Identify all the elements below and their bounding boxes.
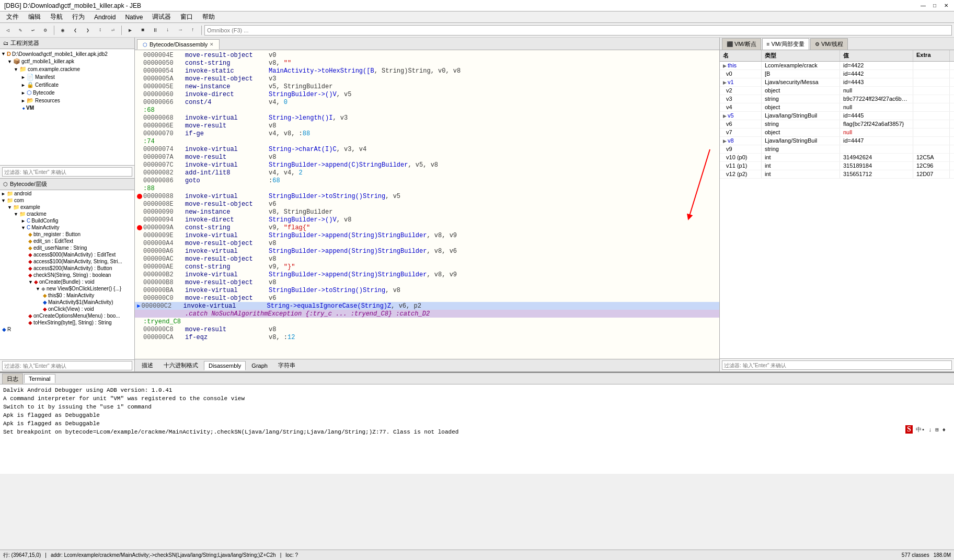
tree-item-onclick[interactable]: ◆ onClick(View) : void — [0, 306, 134, 312]
code-line[interactable]: 0000005Enew-instancev5, StringBuilder — [135, 83, 719, 90]
menu-android[interactable]: Android — [90, 13, 120, 22]
tree-item-editsn[interactable]: ◆ edit_sn : EditText — [0, 238, 134, 244]
code-line[interactable]: 000000A4move-result-objectv8 — [135, 239, 719, 247]
code-line[interactable]: 0000007Amove-resultv8 — [135, 153, 719, 161]
omnibox-input[interactable] — [204, 25, 952, 36]
tb-btn-2[interactable]: ✎ — [15, 25, 26, 36]
vm-cell-name[interactable]: ▶v5 — [720, 112, 762, 120]
tb-step-over[interactable]: → — [175, 25, 186, 36]
menu-edit[interactable]: 编辑 — [24, 11, 45, 22]
code-line[interactable]: 00000050const-stringv8, "" — [135, 59, 719, 67]
tree-toggle-apk[interactable]: ▼ — [7, 59, 12, 64]
bytecode-tab-close[interactable]: ✕ — [210, 42, 214, 47]
code-line[interactable]: 00000068invoke-virtualString->length()I,… — [135, 114, 719, 122]
tree-item-tohexstring[interactable]: ◆ toHexString(byte[], String) : String — [0, 319, 134, 326]
tree-item-r[interactable]: ◆ R — [0, 326, 134, 333]
code-line[interactable]: 000000ACmove-result-objectv8 — [135, 255, 719, 263]
code-line[interactable]: 000000AEconst-stringv9, "}" — [135, 263, 719, 271]
bottom-tab-disasm[interactable]: Disassembly — [204, 361, 246, 370]
vm-table-row[interactable]: v10 (p0)int31494262412C5A — [720, 154, 954, 162]
bytecode-filter-input[interactable] — [2, 361, 132, 370]
tb-btn-3[interactable]: ↩ — [27, 25, 39, 36]
code-line[interactable]: 00000082add-int/lit8v4, v4, 2 — [135, 169, 719, 177]
code-line[interactable]: :68 — [135, 106, 719, 114]
tree-item-android[interactable]: ► 📁 android — [0, 190, 134, 197]
tree-item-oncreate[interactable]: ▼ ◆ onCreate(Bundle) : void — [0, 278, 134, 285]
menu-navigate[interactable]: 导航 — [46, 11, 67, 22]
vm-table-row[interactable]: v6stringflag{bc72f242a6af3857} — [720, 120, 954, 129]
bottom-tab-hex[interactable]: 十六进制格式 — [159, 360, 203, 371]
code-line[interactable]: 0000004Emove-result-objectv0 — [135, 51, 719, 59]
tree-item-listener[interactable]: ▼ ◆ new View$OnClickListener() {...} — [0, 285, 134, 292]
tree-item-btnregister[interactable]: ◆ btn_register : Button — [0, 231, 134, 238]
code-line[interactable]: 0000005Amove-result-objectv3 — [135, 75, 719, 83]
tree-item-manifest[interactable]: ► 📄 Manifest — [0, 73, 134, 81]
vm-table-row[interactable]: ▶v1Ljava/security/Messaid=4443 — [720, 78, 954, 87]
menu-debugger[interactable]: 调试器 — [148, 11, 175, 22]
close-button[interactable]: ✕ — [942, 2, 950, 9]
tree-item-package[interactable]: ▼ 📁 com.example.crackme — [0, 65, 134, 73]
tree-item-crackme[interactable]: ▼ 📁 crackme — [0, 211, 134, 217]
tb-btn-7[interactable]: ❯ — [82, 25, 94, 36]
bytecode-content[interactable]: 0000004Emove-result-objectv000000050cons… — [135, 50, 719, 359]
tree-item-buildconfig[interactable]: ► C BuildConfig — [0, 217, 134, 224]
tree-toggle-db[interactable]: ▼ — [1, 51, 6, 56]
vm-table-row[interactable]: v0[Bid=4442 — [720, 70, 954, 78]
code-line[interactable]: 00000088invoke-virtualStringBuilder->toS… — [135, 192, 719, 200]
vm-table-row[interactable]: v7objectnull — [720, 129, 954, 137]
tree-item-cert[interactable]: ► 🔒 Certificate — [0, 81, 134, 89]
menu-window[interactable]: 窗口 — [176, 11, 197, 22]
console-tab-log[interactable]: 日志 — [2, 374, 23, 384]
code-line[interactable]: 000000B8move-result-objectv8 — [135, 278, 719, 286]
code-line[interactable]: 000000CAif-eqzv8, :12 — [135, 333, 719, 341]
code-line[interactable]: 00000060invoke-directStringBuilder->()V,… — [135, 90, 719, 98]
code-line[interactable]: 000000A6invoke-virtualStringBuilder->app… — [135, 247, 719, 255]
maximize-button[interactable]: □ — [931, 2, 938, 9]
tb-stop[interactable]: ■ — [137, 25, 148, 36]
code-line[interactable]: 000000B2invoke-virtualStringBuilder->app… — [135, 271, 719, 278]
tb-run[interactable]: ▶ — [124, 25, 136, 36]
vm-table-row[interactable]: ▶v8Ljava/lang/StringBuilid=4447 — [720, 137, 954, 145]
tree-item-access000[interactable]: ◆ access$000(MainActivity) : EditText — [0, 251, 134, 258]
tree-item-com[interactable]: ▼ 📁 com — [0, 197, 134, 204]
vm-table-row[interactable]: v11 (p1)int31518918412C96 — [720, 162, 954, 170]
project-filter-input[interactable] — [2, 167, 132, 177]
code-line[interactable]: 000000C8move-resultv8 — [135, 325, 719, 333]
tb-btn-6[interactable]: ❮ — [70, 25, 81, 36]
menu-action[interactable]: 行为 — [68, 11, 89, 22]
vm-table-row[interactable]: ▶thisLcom/example/crackid=4422 — [720, 62, 954, 70]
tree-item-this0[interactable]: ◆ this$0 : MainActivity — [0, 292, 134, 299]
console-tab-terminal[interactable]: Terminal — [24, 374, 55, 383]
code-line[interactable]: 00000090new-instancev8, StringBuilder — [135, 208, 719, 216]
tree-item-resources[interactable]: ► 📂 Resources — [0, 97, 134, 104]
tree-item-mainactivity[interactable]: ▼ C MainActivity — [0, 224, 134, 231]
tree-item-access100[interactable]: ◆ access$100(MainActivity, String, Stri.… — [0, 258, 134, 265]
tree-item-checksn[interactable]: ◆ checkSN(String, String) : boolean — [0, 272, 134, 278]
tb-step-out[interactable]: ↑ — [187, 25, 199, 36]
code-line[interactable]: :88 — [135, 184, 719, 192]
tree-item-editusername[interactable]: ◆ edit_userName : String — [0, 244, 134, 251]
tb-pause[interactable]: ⏸ — [150, 25, 161, 36]
minimize-button[interactable]: — — [919, 2, 927, 9]
vm-cell-name[interactable]: ▶this — [720, 62, 762, 69]
vm-table-row[interactable]: v2objectnull — [720, 87, 954, 95]
code-line[interactable]: :74 — [135, 137, 719, 145]
tb-btn-1[interactable]: ◁ — [2, 25, 14, 36]
code-line[interactable]: 0000009Einvoke-virtualStringBuilder->app… — [135, 231, 719, 239]
vm-table-row[interactable]: v3stringb9c77224ff234f27ac6badf83b855c76 — [720, 95, 954, 103]
tree-item-db[interactable]: ▼ D D:\Download\gctf_mobile1_killer.apk.… — [0, 50, 134, 57]
tree-toggle-cert[interactable]: ► — [21, 83, 26, 88]
tb-btn-4[interactable]: ⚙ — [40, 25, 51, 36]
vm-table-row[interactable]: v9string — [720, 145, 954, 154]
vm-cell-name[interactable]: ▶v8 — [720, 137, 762, 145]
bottom-tab-graph[interactable]: Graph — [247, 361, 272, 370]
tb-btn-9[interactable]: ⏎ — [107, 25, 119, 36]
vm-table-row[interactable]: v12 (p2)int31565171212D07 — [720, 170, 954, 179]
tb-btn-8[interactable]: ↕ — [95, 25, 106, 36]
code-line[interactable]: 00000070if-gev4, v8, :88 — [135, 130, 719, 137]
code-line[interactable]: ►000000C2invoke-virtualString->equalsIgn… — [135, 302, 719, 310]
tree-toggle-manifest[interactable]: ► — [21, 75, 26, 80]
vm-table-row[interactable]: ▶v5Ljava/lang/StringBuilid=4445 — [720, 112, 954, 120]
vm-filter-input[interactable] — [722, 360, 952, 370]
bottom-tab-strings[interactable]: 字符串 — [273, 360, 300, 371]
